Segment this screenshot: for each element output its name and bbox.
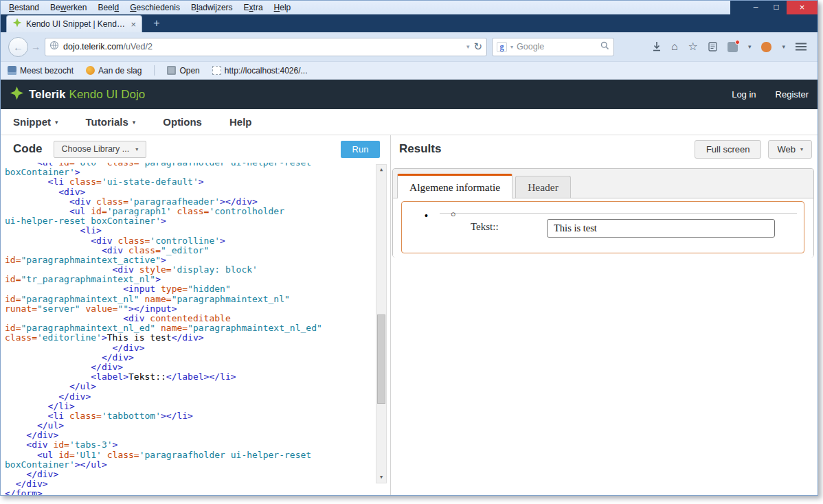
choose-library-label: Choose Library ... (62, 144, 130, 154)
nav-item-options[interactable]: Options (163, 116, 202, 128)
code-line: <input type="hidden" (5, 284, 390, 294)
web-mode-button[interactable]: Web ▾ (768, 140, 812, 159)
scroll-down-icon[interactable]: ▼ (376, 472, 386, 483)
nav-item-tutorials[interactable]: Tutorials▾ (86, 116, 136, 128)
code-line: <ul id='Ul1' class='paragraafholder ui-h… (5, 450, 390, 460)
full-screen-button[interactable]: Full screen (695, 140, 762, 159)
bookmark-open[interactable]: Open (167, 66, 199, 76)
search-icon[interactable] (600, 41, 609, 53)
bookmark-label: Aan de slag (98, 66, 142, 76)
choose-library-button[interactable]: Choose Library ... ▾ (54, 141, 147, 158)
close-button[interactable]: × (787, 1, 818, 14)
menu-item-bladwijzers[interactable]: Bladwijzers (185, 1, 238, 14)
code-line: ui-helper-reset boxContainer'> (5, 216, 390, 226)
bookmark-label: Open (179, 66, 199, 76)
code-line: id="paragraphmaintext_active"> (5, 255, 390, 265)
extension-badge-icon[interactable] (728, 42, 738, 52)
notification-badge (735, 40, 740, 45)
bookmark-star-icon[interactable]: ☆ (688, 41, 698, 52)
extension2-caret-icon[interactable]: ▾ (782, 43, 785, 50)
tabstrip-widget: Algemene informatieHeader • ○ Tekst:: (392, 168, 814, 257)
menu-icon[interactable] (796, 43, 807, 51)
reload-icon[interactable]: ↻ (473, 41, 482, 53)
menu-item-help[interactable]: Help (269, 1, 297, 14)
menu-item-bewerken[interactable]: Bewerken (45, 1, 92, 14)
code-line: </form> (5, 489, 390, 495)
maximize-button[interactable]: □ (766, 1, 787, 14)
chevron-down-icon: ▾ (133, 119, 136, 126)
chevron-down-icon: ▾ (135, 146, 138, 152)
new-tab-button[interactable]: + (146, 16, 167, 30)
bookmarks-menu-icon[interactable] (708, 42, 717, 51)
editor-scrollbar[interactable]: ▲ ▼ (376, 164, 387, 483)
code-line: <div contenteditable (5, 314, 390, 323)
web-page: Telerik Kendo UI Dojo Log in Register Sn… (1, 80, 818, 495)
nav-item-snippet[interactable]: Snippet▾ (13, 116, 58, 128)
nav-item-label: Options (163, 116, 202, 128)
back-button[interactable]: ← (8, 37, 28, 57)
code-line: id="paragraphmaintext_nl_ed" name="parag… (5, 323, 390, 333)
code-line: <div style='display: block' (5, 265, 390, 275)
menu-item-extra[interactable]: Extra (238, 1, 269, 14)
menu-bar: BestandBewerkenBeeldGeschiedenisBladwijz… (1, 1, 296, 14)
bookmark-http-localhost-4026[interactable]: http://localhost:4026/... (212, 66, 308, 76)
chevron-down-icon: ▾ (55, 119, 58, 126)
code-line: <li class='ui-state-default'> (5, 177, 390, 187)
web-mode-label: Web (777, 144, 796, 154)
tab-close-icon[interactable]: × (131, 20, 136, 29)
extension2-icon[interactable] (761, 42, 771, 52)
run-button[interactable]: Run (341, 141, 380, 158)
browser-tab[interactable]: Kendo UI Snippet | Kendo ... × (6, 15, 142, 32)
results-pane: Results Full screen Web ▾ Algemene infor… (391, 135, 818, 495)
bookmark-aan-de-slag[interactable]: Aan de slag (86, 66, 142, 76)
login-link[interactable]: Log in (732, 89, 756, 100)
toolbar-icons: ⌂ ☆ ▾ ▾ (653, 41, 812, 52)
code-line: <li> (5, 226, 390, 236)
navigation-toolbar: ← → dojo.telerik.com/uVed/2 ▾ ↻ g ▾ ⌂ ☆ … (1, 32, 818, 62)
tekst-label: Tekst:: (471, 221, 499, 233)
url-bar[interactable]: dojo.telerik.com/uVed/2 ▾ ↻ (45, 38, 487, 56)
bookmark-label: http://localhost:4026/... (225, 66, 308, 76)
list-circle-bullet: ○ (451, 209, 456, 219)
code-line: </div> (5, 343, 390, 353)
search-engine-caret-icon[interactable]: ▾ (510, 44, 513, 50)
home-icon[interactable]: ⌂ (671, 41, 678, 52)
scrollbar-thumb[interactable] (377, 314, 385, 404)
url-dropdown-icon[interactable]: ▾ (466, 43, 470, 50)
code-line: <label>Tekst::</label></li> (5, 372, 390, 382)
results-pane-header: Results Full screen Web ▾ (391, 135, 818, 163)
code-lines: <ul id='Ul0' class='paragraafholder ui-h… (5, 163, 390, 495)
search-box[interactable]: g ▾ (492, 38, 614, 56)
code-editor[interactable]: <ul id='Ul0' class='paragraafholder ui-h… (1, 163, 390, 495)
downloads-icon[interactable] (653, 42, 661, 51)
site-nav: Snippet▾Tutorials▾OptionsHelp (1, 109, 818, 135)
main-content: Code Choose Library ... ▾ Run <ul id='Ul… (1, 135, 818, 495)
scroll-up-icon[interactable]: ▲ (376, 165, 386, 175)
register-link[interactable]: Register (776, 89, 809, 100)
title-bar: BestandBewerkenBeeldGeschiedenisBladwijz… (1, 1, 818, 14)
form-section: • ○ Tekst:: (401, 201, 804, 253)
site-header: Telerik Kendo UI Dojo Log in Register (1, 80, 818, 109)
url-domain: dojo.telerik.com (63, 42, 124, 51)
nav-item-help[interactable]: Help (229, 116, 252, 128)
open-icon (167, 66, 176, 75)
tekst-input[interactable] (547, 219, 775, 238)
results-tab-algemene-informatie[interactable]: Algemene informatie (397, 174, 512, 198)
code-line: <div id='tabs-3'> (5, 440, 390, 450)
code-line: boxContainer'></ul> (5, 460, 390, 470)
forward-button[interactable]: → (31, 41, 41, 52)
browser-window: BestandBewerkenBeeldGeschiedenisBladwijz… (0, 0, 818, 496)
results-tab-header[interactable]: Header (515, 176, 571, 198)
menu-item-bestand[interactable]: Bestand (3, 1, 45, 14)
menu-item-geschiedenis[interactable]: Geschiedenis (124, 1, 185, 14)
menu-item-beeld[interactable]: Beeld (92, 1, 124, 14)
separator (154, 65, 155, 76)
url-text: dojo.telerik.com/uVed/2 (63, 42, 153, 51)
extension-caret-icon[interactable]: ▾ (748, 43, 752, 50)
bookmark-meest-bezocht[interactable]: Meest bezocht (8, 66, 74, 76)
minimize-button[interactable]: – (745, 1, 766, 14)
google-engine-icon[interactable]: g (497, 42, 507, 52)
code-line: </div> (5, 470, 390, 479)
site-identity-icon[interactable] (49, 41, 59, 53)
search-input[interactable] (517, 42, 597, 51)
